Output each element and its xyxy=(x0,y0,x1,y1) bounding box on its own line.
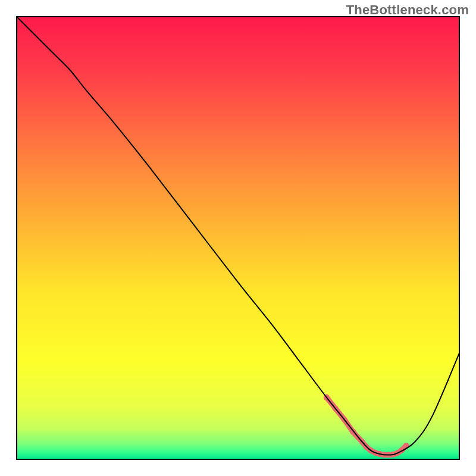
plot-background xyxy=(17,17,459,459)
watermark-text: TheBottleneck.com xyxy=(346,2,469,18)
bottleneck-chart xyxy=(0,0,476,476)
chart-stage: TheBottleneck.com xyxy=(0,0,476,476)
